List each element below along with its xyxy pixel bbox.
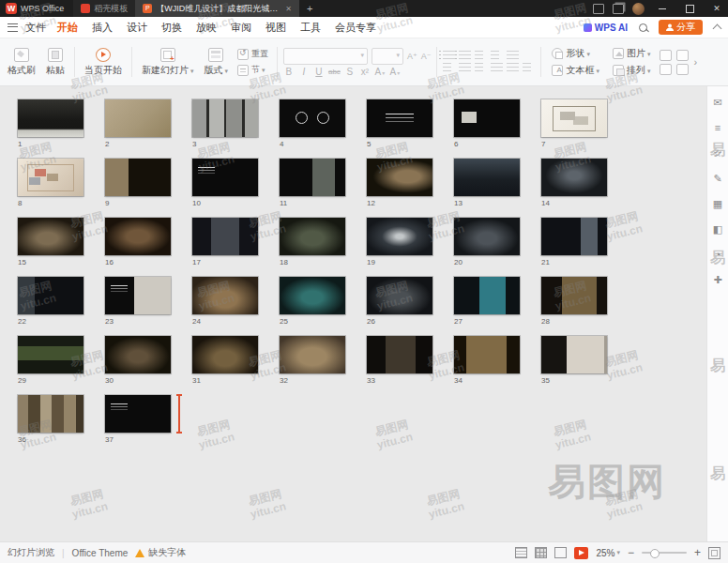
slide-thumbnail-4[interactable]: [280, 99, 345, 137]
workspace-icon[interactable]: [613, 4, 624, 14]
slide-thumbnail-14[interactable]: [541, 159, 607, 196]
panels-icon[interactable]: ▦: [711, 197, 724, 210]
columns-icon[interactable]: [523, 63, 535, 73]
tab-docer-templates[interactable]: 稻壳模板: [73, 0, 135, 17]
collapse-ribbon-icon[interactable]: [713, 23, 722, 33]
slide-thumbnail-2[interactable]: [105, 99, 171, 137]
slide-thumbnail-26[interactable]: [367, 277, 432, 314]
align-center-icon[interactable]: [459, 63, 471, 73]
zoom-level[interactable]: 25%: [596, 548, 620, 558]
slide-thumbnail-5[interactable]: [367, 99, 432, 137]
stamp-icon[interactable]: ◧: [711, 222, 724, 236]
menu-tab-会员专享[interactable]: 会员专享: [335, 21, 376, 35]
slide-thumbnail-35[interactable]: [541, 336, 607, 373]
format-painter-button[interactable]: 格式刷: [4, 46, 39, 79]
slide-thumbnail-10[interactable]: [192, 159, 258, 196]
favorite-icon[interactable]: ☆: [711, 146, 724, 160]
align-right-icon[interactable]: [475, 63, 487, 73]
fit-to-window-icon[interactable]: [708, 547, 720, 559]
zoom-out-button[interactable]: −: [628, 548, 634, 557]
menu-tab-视图[interactable]: 视图: [265, 21, 286, 35]
section-button[interactable]: 节: [235, 63, 271, 77]
tab-close-icon[interactable]: ✕: [285, 5, 292, 13]
slide-thumbnail-18[interactable]: [280, 218, 345, 255]
format-button-0[interactable]: B: [283, 67, 295, 77]
reading-view-icon[interactable]: [554, 547, 567, 558]
zoom-slider[interactable]: [642, 552, 687, 554]
format-button-2[interactable]: U: [313, 67, 325, 77]
search-icon[interactable]: [639, 23, 647, 32]
format-button-3[interactable]: abc: [328, 68, 341, 76]
slide-thumbnail-16[interactable]: [105, 218, 171, 255]
user-avatar[interactable]: [632, 3, 645, 15]
menu-tab-工具[interactable]: 工具: [300, 21, 321, 35]
menu-tab-审阅[interactable]: 审阅: [231, 21, 251, 35]
bullet-list-icon[interactable]: [443, 51, 455, 61]
menu-tab-切换[interactable]: 切换: [161, 21, 182, 35]
menu-tab-设计[interactable]: 设计: [127, 21, 147, 35]
slide-thumbnail-8[interactable]: [18, 159, 83, 196]
menu-tab-插入[interactable]: 插入: [92, 21, 113, 35]
appearance-icon[interactable]: [593, 4, 604, 14]
slide-thumbnail-11[interactable]: [280, 159, 345, 196]
numbered-list-icon[interactable]: [459, 51, 471, 61]
slide-thumbnail-25[interactable]: [280, 277, 345, 314]
picture-button[interactable]: 图片: [610, 46, 653, 61]
format-button-1[interactable]: I: [298, 67, 310, 77]
format-button-7[interactable]: A: [389, 67, 401, 77]
new-tab-button[interactable]: +: [307, 3, 312, 14]
line-spacing-icon[interactable]: [507, 63, 519, 73]
add-apps-icon[interactable]: ✚: [711, 273, 724, 286]
slide-sorter-area[interactable]: 1234567891011121314151617181920212223242…: [0, 86, 706, 541]
slide-thumbnail-37[interactable]: [105, 395, 171, 433]
slide-thumbnail-15[interactable]: [18, 218, 83, 255]
layout-button[interactable]: 版式: [200, 46, 231, 79]
format-button-4[interactable]: S: [344, 67, 356, 77]
comment-icon[interactable]: ✉: [711, 96, 724, 109]
arrange-button[interactable]: 排列: [610, 63, 653, 78]
ai-assistant-icon[interactable]: ≡: [711, 121, 724, 134]
decrease-indent-icon[interactable]: [475, 51, 487, 61]
slide-thumbnail-27[interactable]: [454, 277, 520, 314]
slide-thumbnail-23[interactable]: [105, 277, 171, 314]
menu-tab-放映[interactable]: 放映: [196, 21, 217, 35]
slide-thumbnail-34[interactable]: [454, 336, 520, 373]
slide-thumbnail-1[interactable]: [18, 99, 83, 137]
slide-thumbnail-17[interactable]: [192, 218, 258, 255]
increase-font-size-icon[interactable]: A⁺: [407, 52, 417, 61]
maximize-button[interactable]: [680, 0, 699, 17]
close-button[interactable]: ✕: [707, 0, 726, 17]
decrease-font-size-icon[interactable]: A⁻: [421, 52, 432, 61]
contacts-icon[interactable]: ◔: [711, 248, 724, 261]
zoom-in-button[interactable]: +: [694, 548, 701, 557]
slide-thumbnail-20[interactable]: [454, 218, 520, 255]
reset-button[interactable]: 重置: [235, 47, 271, 61]
new-slide-button[interactable]: 新建幻灯片: [138, 46, 197, 79]
paste-button[interactable]: 粘贴: [42, 46, 68, 79]
textbox-button[interactable]: 文本框: [549, 63, 601, 78]
font-size-select[interactable]: [372, 48, 403, 65]
increase-indent-icon[interactable]: [491, 51, 503, 61]
slide-thumbnail-6[interactable]: [454, 99, 520, 137]
slide-sorter-view-icon[interactable]: [535, 547, 547, 558]
slide-thumbnail-29[interactable]: [18, 336, 83, 373]
justify-icon[interactable]: [491, 63, 503, 73]
edit-tools-icon[interactable]: ✎: [711, 172, 724, 185]
menu-file[interactable]: 文件: [8, 21, 46, 35]
quick-styles-icon[interactable]: [676, 64, 689, 75]
slide-thumbnail-22[interactable]: [18, 277, 83, 314]
menu-tab-开始[interactable]: 开始: [57, 21, 78, 35]
shapes-button[interactable]: 形状: [549, 46, 601, 61]
text-direction-icon[interactable]: [507, 51, 519, 61]
wps-ai-button[interactable]: WPS AI: [584, 23, 628, 33]
align-left-icon[interactable]: [443, 63, 455, 73]
tab-current-document[interactable]: P 【WJID维几设计】成都阳光城… ✕: [135, 0, 299, 17]
ribbon-more-icon[interactable]: ›: [693, 56, 697, 68]
slide-thumbnail-33[interactable]: [367, 336, 432, 373]
slide-thumbnail-30[interactable]: [105, 336, 171, 373]
slide-thumbnail-9[interactable]: [105, 159, 171, 196]
fill-color-icon[interactable]: [660, 50, 672, 61]
slide-thumbnail-32[interactable]: [280, 336, 345, 373]
slide-thumbnail-12[interactable]: [367, 159, 432, 196]
format-button-5[interactable]: x²: [359, 67, 371, 77]
